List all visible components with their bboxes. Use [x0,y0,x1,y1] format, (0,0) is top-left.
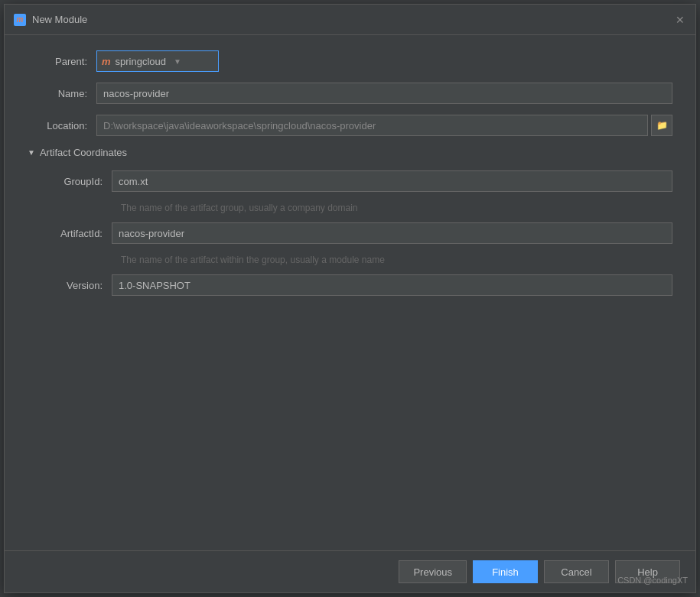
close-button[interactable]: ✕ [674,14,686,26]
parent-row: Parent: m springcloud ▼ [28,50,672,72]
watermark: CSDN @codingXT [617,576,688,585]
version-label: Version: [43,280,112,291]
name-input[interactable] [96,83,672,104]
artifact-section-content: GroupId: The name of the artifact group,… [28,170,672,296]
groupid-hint: The name of the artifact group, usually … [121,203,672,213]
name-row: Name: [28,83,672,104]
version-input[interactable] [112,274,672,296]
dialog-title: New Module [32,14,87,25]
name-label: Name: [28,88,96,99]
cancel-button[interactable]: Cancel [544,560,609,583]
location-input[interactable] [96,115,648,136]
artifactid-row: ArtifactId: [43,222,672,244]
parent-icon: m [102,56,111,67]
dialog-footer: Previous Finish Cancel Help [5,550,695,592]
location-input-wrapper: 📁 [96,115,672,136]
parent-value: springcloud [116,56,167,67]
parent-label: Parent: [28,56,96,67]
title-bar: m New Module ✕ [5,5,695,35]
chevron-down-icon: ▼ [174,57,181,66]
location-label: Location: [28,120,96,131]
groupid-label: GroupId: [43,176,112,187]
artifact-section-header: ▼ Artifact Coordinates [28,147,672,158]
title-bar-left: m New Module [14,14,87,26]
groupid-input[interactable] [112,170,672,192]
artifactid-label: ArtifactId: [43,228,112,239]
parent-dropdown[interactable]: m springcloud ▼ [96,50,219,72]
version-row: Version: [43,274,672,296]
new-module-dialog: m New Module ✕ Parent: m springcloud ▼ N… [4,4,696,593]
groupid-row: GroupId: [43,170,672,192]
browse-folder-button[interactable]: 📁 [651,115,672,136]
artifactid-hint: The name of the artifact within the grou… [121,255,672,265]
artifact-section-title: Artifact Coordinates [40,147,127,158]
dialog-body: Parent: m springcloud ▼ Name: Location: … [5,35,695,550]
collapse-arrow-icon[interactable]: ▼ [28,148,35,157]
location-row: Location: 📁 [28,115,672,136]
artifactid-input[interactable] [112,222,672,244]
finish-button[interactable]: Finish [473,560,538,583]
module-icon: m [14,14,26,26]
previous-button[interactable]: Previous [399,560,467,583]
